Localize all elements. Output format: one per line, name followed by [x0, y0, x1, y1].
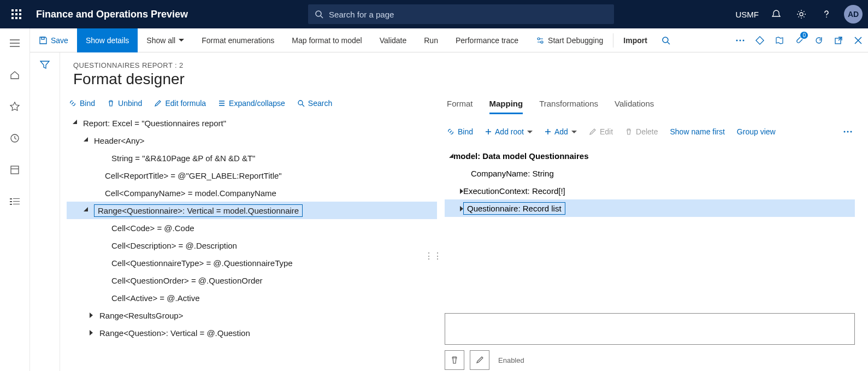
svg-rect-29	[756, 36, 764, 44]
tree-row-selected[interactable]: Questionnaire: Record list	[445, 199, 855, 217]
format-tree-pane: Bind Unbind Edit formula Expand/collapse	[60, 92, 437, 371]
details-edit-button[interactable]	[470, 350, 489, 370]
hamburger-icon[interactable]	[5, 34, 24, 52]
edit-formula-button[interactable]: Edit formula	[154, 99, 206, 108]
tree-row[interactable]: model: Data model Questionnaires	[445, 147, 855, 164]
recent-icon[interactable]	[5, 129, 24, 148]
add-label: Add	[554, 127, 568, 136]
workspace-icon[interactable]	[5, 161, 24, 179]
map-icon[interactable]	[770, 28, 789, 52]
star-icon[interactable]	[5, 97, 24, 116]
caret-icon[interactable]	[82, 137, 90, 144]
map-format-button[interactable]: Map format to model	[283, 28, 370, 52]
tree-row-selected[interactable]: Range<Questionnaire>: Vertical = model.Q…	[67, 202, 437, 219]
tree-row[interactable]: ExecutionContext: Record[!]	[445, 182, 855, 199]
tree-search-button[interactable]: Search	[297, 99, 332, 108]
caret-icon[interactable]	[87, 311, 95, 319]
help-icon[interactable]	[819, 7, 834, 22]
caret-icon[interactable]	[449, 151, 453, 161]
tab-mapping[interactable]: Mapping	[489, 99, 523, 114]
tree-row[interactable]: Cell<CompanyName> = model.CompanyName	[67, 184, 437, 202]
tree-label: Cell<Code> = @.Code	[111, 223, 194, 233]
add-root-button[interactable]: Add root	[485, 127, 533, 136]
breadcrumb: QUESTIONNAIRES REPORT : 2	[73, 61, 855, 69]
tree-row[interactable]: Cell<QuestionnaireType> = @.Questionnair…	[67, 254, 437, 272]
caret-icon[interactable]	[71, 119, 79, 127]
tree-row[interactable]: Header<Any>	[67, 132, 437, 149]
notifications-icon[interactable]	[769, 7, 784, 22]
tree-label: Range<ResultsGroup>	[99, 311, 183, 320]
svg-point-26	[736, 39, 738, 41]
tree-row[interactable]: CompanyName: String	[445, 164, 855, 182]
filter-icon[interactable]	[40, 60, 50, 371]
search-input[interactable]	[329, 10, 607, 19]
details-delete-button[interactable]	[445, 350, 464, 370]
gear-icon[interactable]	[794, 7, 809, 22]
tree-row[interactable]: Cell<Active> = @.Active	[67, 289, 437, 307]
tree-row[interactable]: String = "&R&10Page &P of &N &D &T"	[67, 149, 437, 167]
close-icon[interactable]	[848, 28, 868, 52]
validate-button[interactable]: Validate	[371, 28, 416, 52]
home-icon[interactable]	[5, 66, 24, 84]
unbind-button[interactable]: Unbind	[107, 99, 142, 108]
more-icon[interactable]	[730, 28, 750, 52]
add-button[interactable]: Add	[545, 127, 577, 136]
group-view-label: Group view	[737, 127, 776, 136]
show-name-first-button[interactable]: Show name first	[670, 127, 724, 136]
pencil-icon	[589, 128, 597, 136]
caret-icon[interactable]	[82, 207, 90, 214]
refresh-icon[interactable]	[809, 28, 829, 52]
action-bar: Save Show details Show all Format enumer…	[0, 28, 868, 52]
show-details-button[interactable]: Show details	[77, 28, 138, 52]
company-label[interactable]: USMF	[736, 10, 759, 19]
save-button[interactable]: Save	[30, 28, 77, 52]
action-search-icon[interactable]	[656, 28, 676, 52]
tree-row[interactable]: Range<Question>: Vertical = @.Question	[67, 324, 437, 341]
diamond-icon[interactable]	[750, 28, 770, 52]
import-button[interactable]: Import	[615, 28, 656, 52]
delete-label: Delete	[636, 127, 658, 136]
validate-label: Validate	[380, 36, 407, 45]
performance-trace-button[interactable]: Performance trace	[447, 28, 527, 52]
svg-rect-8	[19, 17, 21, 19]
start-debugging-button[interactable]: Start Debugging	[527, 28, 612, 52]
right-more-button[interactable]	[843, 130, 853, 133]
tree-label: Cell<Active> = @.Active	[111, 293, 200, 303]
app-launcher-icon[interactable]	[5, 3, 27, 25]
debug-icon	[536, 36, 545, 45]
tree-row[interactable]: Report: Excel = "Questionnaires report"	[67, 114, 437, 132]
tab-transformations[interactable]: Transformations	[539, 99, 598, 114]
tree-row[interactable]: Cell<Code> = @.Code	[67, 219, 437, 237]
tab-validations[interactable]: Validations	[615, 99, 654, 114]
list-icon	[218, 99, 226, 107]
tree-row[interactable]: Cell<Description> = @.Description	[67, 237, 437, 254]
expand-collapse-label: Expand/collapse	[229, 99, 285, 108]
attachments-icon[interactable]: 0	[789, 28, 809, 52]
tree-row[interactable]: Cell<QuestionOrder> = @.QuestionOrder	[67, 272, 437, 289]
chevron-down-icon	[571, 131, 577, 133]
tree-label: Cell<Description> = @.Description	[111, 241, 237, 250]
right-bind-label: Bind	[458, 127, 473, 136]
page-title: Format designer	[73, 70, 855, 88]
group-view-button[interactable]: Group view	[737, 127, 776, 136]
popout-icon[interactable]	[829, 28, 848, 52]
tree-row[interactable]: Range<ResultsGroup>	[67, 307, 437, 324]
right-bind-button[interactable]: Bind	[447, 127, 473, 136]
expand-collapse-button[interactable]: Expand/collapse	[218, 99, 285, 108]
svg-rect-16	[13, 198, 20, 199]
svg-point-28	[743, 39, 745, 41]
formula-input[interactable]	[445, 313, 855, 345]
format-enumerations-label: Format enumerations	[202, 36, 274, 45]
run-button[interactable]: Run	[415, 28, 447, 52]
caret-icon[interactable]	[87, 329, 95, 337]
modules-icon[interactable]	[5, 192, 24, 211]
show-all-button[interactable]: Show all	[138, 28, 193, 52]
format-enumerations-button[interactable]: Format enumerations	[193, 28, 283, 52]
tree-label: Header<Any>	[94, 136, 145, 145]
user-avatar[interactable]: AD	[844, 5, 863, 23]
tree-row[interactable]: Cell<ReportTitle> = @"GER_LABEL:ReportTi…	[67, 167, 437, 184]
tab-format[interactable]: Format	[447, 99, 473, 114]
global-search[interactable]	[308, 4, 614, 24]
search-icon	[297, 99, 305, 107]
bind-button[interactable]: Bind	[69, 99, 95, 108]
